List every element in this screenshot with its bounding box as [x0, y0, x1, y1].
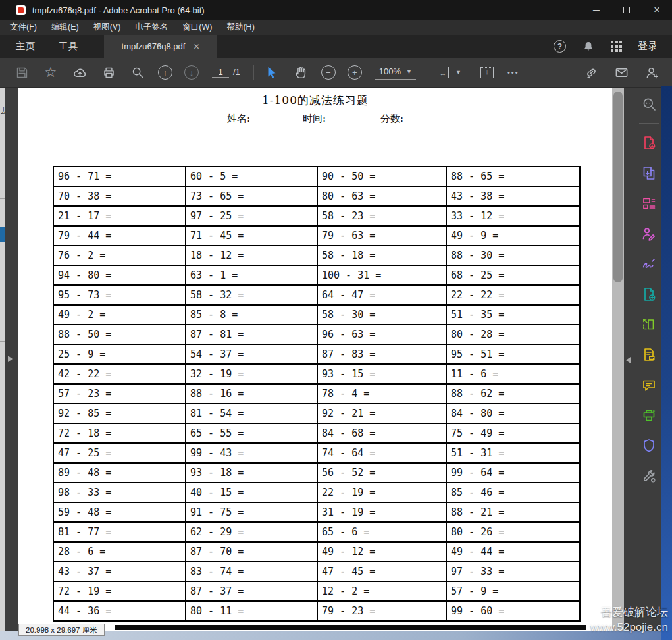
time-label: 时间: — [303, 113, 326, 125]
tab-close-icon[interactable]: ✕ — [193, 42, 199, 51]
problem-row: 25 - 9 =54 - 37 =87 - 83 =95 - 51 = — [53, 344, 580, 364]
edit-pdf-icon[interactable] — [639, 194, 659, 213]
page-up-icon[interactable]: ↑ — [158, 65, 172, 80]
zoom-out-icon[interactable]: − — [321, 65, 336, 80]
problem-row: 72 - 19 =87 - 37 =12 - 2 =57 - 9 = — [53, 581, 580, 601]
problem-cell: 90 - 50 = — [317, 167, 446, 186]
problem-cell: 65 - 55 = — [186, 423, 317, 443]
problem-cell: 80 - 28 = — [446, 325, 580, 344]
problem-row: 21 - 17 =97 - 25 =58 - 23 =33 - 12 = — [53, 206, 580, 226]
help-icon[interactable]: ? — [554, 40, 566, 53]
problem-cell: 87 - 70 = — [186, 542, 317, 562]
export-pdf-icon[interactable] — [639, 163, 659, 183]
zoom-level-control[interactable]: 100% ▼ — [375, 65, 416, 80]
minimize-button[interactable]: ─ — [581, 0, 611, 20]
desktop-right-edge — [661, 86, 672, 640]
create-pdf-icon[interactable] — [639, 133, 659, 153]
add-account-icon[interactable] — [643, 64, 660, 81]
problem-cell: 43 - 38 = — [446, 186, 580, 206]
organize-pages-icon[interactable] — [639, 315, 659, 334]
problem-row: 92 - 85 =81 - 54 =92 - 21 =84 - 80 = — [53, 404, 580, 423]
problem-cell: 65 - 6 = — [317, 522, 446, 542]
cloud-upload-icon[interactable] — [71, 64, 88, 81]
fit-width-icon[interactable]: ↔ — [434, 64, 452, 81]
name-label: 姓名: — [227, 113, 250, 125]
problem-cell: 80 - 11 = — [186, 601, 317, 621]
bell-icon[interactable] — [582, 40, 595, 53]
problem-cell: 94 - 80 = — [53, 265, 186, 285]
scrollbar-thumb[interactable] — [613, 92, 623, 282]
problem-cell: 99 - 64 = — [446, 463, 580, 483]
menu-window[interactable]: 窗口(W) — [175, 20, 219, 35]
problem-cell: 22 - 22 = — [446, 285, 580, 305]
problem-cell: 47 - 25 = — [53, 443, 186, 463]
maximize-button[interactable] — [611, 0, 642, 20]
problem-cell: 22 - 19 = — [317, 483, 446, 502]
problem-row: 59 - 48 =91 - 75 =31 - 19 =88 - 21 = — [53, 502, 580, 522]
problem-cell: 58 - 30 = — [317, 305, 446, 325]
problem-cell: 42 - 22 = — [53, 364, 186, 384]
tab-tools[interactable]: 工具 — [47, 35, 90, 58]
problem-cell: 95 - 51 = — [446, 344, 580, 364]
horizontal-scrollbar[interactable] — [115, 625, 586, 630]
problem-cell: 72 - 19 = — [53, 581, 186, 601]
print-icon[interactable] — [100, 64, 117, 81]
menu-view[interactable]: 视图(V) — [86, 20, 128, 35]
select-pointer-icon[interactable] — [263, 64, 280, 81]
watermark-line2: www.52pojie.cn — [590, 620, 668, 635]
apps-grid-icon[interactable] — [611, 41, 622, 52]
problem-cell: 73 - 65 = — [186, 186, 317, 206]
vertical-scrollbar[interactable] — [612, 88, 624, 631]
more-tools-icon[interactable] — [639, 466, 659, 486]
zoom-in-icon[interactable]: + — [348, 65, 362, 80]
menu-esign[interactable]: 电子签名 — [128, 20, 175, 35]
protect-icon[interactable] — [639, 436, 659, 456]
scan-ocr-icon[interactable] — [639, 406, 659, 425]
hand-tool-icon[interactable] — [292, 64, 309, 81]
more-tools-ellipsis[interactable]: ••• — [507, 68, 519, 76]
page-down-icon[interactable]: ↓ — [184, 65, 199, 80]
search-icon[interactable] — [129, 64, 146, 81]
tab-document[interactable]: tmpfzu676q8.pdf ✕ — [104, 35, 217, 58]
problem-cell: 21 - 17 = — [53, 206, 186, 226]
problem-cell: 98 - 33 = — [53, 483, 186, 502]
tab-home[interactable]: 主页 — [4, 35, 47, 58]
problem-row: 57 - 23 =88 - 16 =78 - 4 =88 - 62 = — [53, 384, 580, 404]
star-icon[interactable]: ☆ — [42, 64, 59, 81]
problem-cell: 76 - 2 = — [53, 246, 186, 265]
problem-row: 89 - 48 =93 - 18 =56 - 52 =99 - 64 = — [53, 463, 580, 483]
problem-cell: 44 - 36 = — [53, 601, 186, 621]
pdf-page: 1-100的减法练习题 姓名: 时间: 分数: 96 - 71 =60 - 5 … — [18, 88, 612, 631]
menu-edit[interactable]: 编辑(E) — [44, 20, 86, 35]
email-icon[interactable] — [613, 64, 630, 81]
problem-cell: 40 - 15 = — [186, 483, 317, 502]
left-panel-expand-icon[interactable] — [8, 356, 13, 362]
problem-cell: 58 - 18 = — [317, 246, 446, 265]
fit-width-caret-icon[interactable]: ▼ — [455, 69, 461, 76]
left-panel-strip — [5, 88, 18, 631]
comment-icon[interactable] — [639, 375, 659, 395]
save-icon[interactable] — [13, 64, 30, 81]
menu-file[interactable]: 文件(F) — [3, 20, 44, 35]
problem-cell: 87 - 83 = — [317, 344, 446, 364]
problem-row: 98 - 33 =40 - 15 =22 - 19 =85 - 46 = — [53, 483, 580, 502]
page-number-input[interactable] — [212, 67, 229, 78]
problem-cell: 96 - 63 = — [317, 325, 446, 344]
menu-help[interactable]: 帮助(H) — [219, 20, 261, 35]
problem-cell: 93 - 15 = — [317, 364, 446, 384]
request-signatures-icon[interactable] — [639, 345, 659, 365]
sign-pen-icon[interactable] — [639, 254, 659, 274]
close-button[interactable]: × — [642, 0, 672, 20]
problem-cell: 31 - 19 = — [317, 502, 446, 522]
find-zoom-icon[interactable] — [639, 94, 659, 114]
combine-files-icon[interactable] — [639, 284, 659, 304]
right-tools-panel — [624, 88, 663, 631]
scroll-mode-icon[interactable]: ↓ — [478, 64, 496, 81]
right-panel-toggle-icon[interactable] — [626, 357, 631, 363]
problem-cell: 33 - 12 = — [446, 206, 580, 226]
fill-sign-icon[interactable] — [639, 224, 659, 244]
sign-in-link[interactable]: 登录 — [638, 40, 658, 53]
document-workspace: 去 1-100的减法练习题 姓名: 时间: 分数: 96 - 71 =60 - … — [0, 88, 672, 631]
problem-cell: 74 - 64 = — [317, 443, 446, 463]
share-link-icon[interactable] — [582, 64, 600, 81]
